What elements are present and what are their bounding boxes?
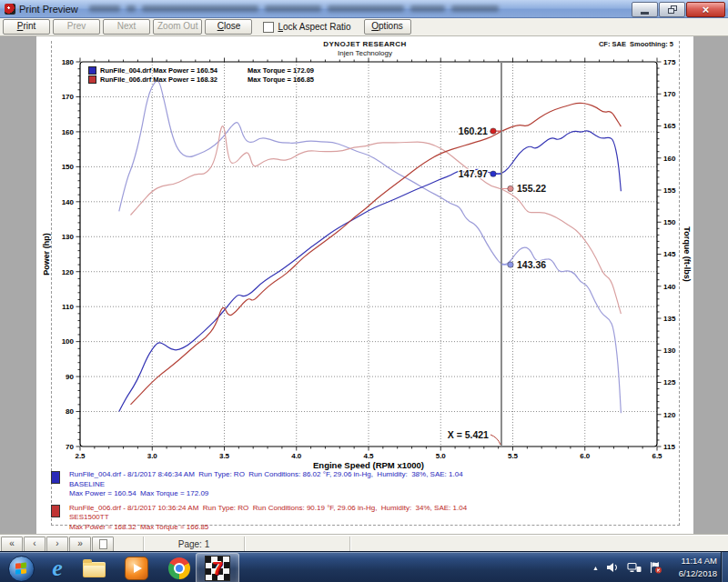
svg-text:155: 155 [663,186,676,195]
show-hidden-icons-button[interactable]: ▲ [592,565,599,571]
zoom-out-button[interactable]: Zoom Out [153,19,202,35]
svg-text:2.5: 2.5 [75,452,86,460]
svg-text:165: 165 [663,122,676,130]
media-player-icon[interactable] [125,557,148,579]
run-name: BASELINE [69,480,463,490]
svg-text:6.5: 6.5 [652,452,662,460]
svg-text:6.0: 6.0 [580,452,591,460]
cursor-marker [508,186,513,191]
run-info-baseline: RunFile_004.drf - 8/1/2017 8:46:34 AM Ru… [51,470,467,499]
cursor-marker [490,171,496,176]
print-preview-area: 7080901001101201301401501601701801151201… [0,36,728,535]
dynojet-winpep-taskbar-button[interactable]: 7 [196,553,239,582]
svg-text:140: 140 [62,198,75,206]
lock-aspect-ratio-label: Lock Aspect Ratio [278,22,350,32]
show-desktop-button[interactable] [721,552,728,582]
curve-runfile-006-drf-power [131,103,622,405]
svg-text:100: 100 [62,337,75,346]
cursor-marker-value: 155.22 [517,183,546,194]
run-conditions-line: RunFile_006.drf - 8/1/2017 10:36:24 AM R… [69,504,467,514]
legend-torque-text: Max Torque = 172.09 [248,66,314,75]
svg-text:70: 70 [66,443,74,451]
curve-runfile-004-drf-torque [119,81,622,414]
svg-text:90: 90 [66,373,74,381]
lock-aspect-ratio-checkbox[interactable] [263,22,274,33]
lock-aspect-ratio-checkbox-group[interactable]: Lock Aspect Ratio [263,22,350,33]
minimize-button[interactable] [632,2,658,17]
svg-text:80: 80 [66,407,74,416]
taskbar: e 7 ▲ 11:14 AM 6/12/2018 [0,551,728,582]
cursor-marker-value: 147.97 [459,168,488,179]
taskbar-clock[interactable]: 11:14 AM 6/12/2018 [679,555,717,580]
clock-time: 11:14 AM [679,555,717,567]
internet-explorer-icon[interactable]: e [46,557,69,579]
svg-text:130: 130 [62,233,75,241]
app-icon [5,4,15,15]
run-max-line: Max Power = 160.54 Max Torque = 172.09 [69,489,463,499]
legend-row-intake: RunFile_006.drf Max Power = 168.32 Max T… [88,75,314,84]
legend-power-text: RunFile_006.drf Max Power = 168.32 [100,75,248,84]
legend-power-text: RunFile_004.drf Max Power = 160.54 [100,66,248,75]
dyno-chart: 7080901001101201301401501601701801151201… [36,36,693,535]
y-axis-left-title: Power (hp) [42,233,51,276]
restore-button[interactable] [659,2,685,17]
document-icon [99,539,107,549]
action-center-flag-icon[interactable] [649,561,662,574]
start-button[interactable] [8,556,35,582]
window-title: Print Preview [19,4,78,15]
svg-text:125: 125 [663,378,676,386]
volume-icon[interactable] [606,562,620,573]
last-page-button[interactable]: » [69,537,91,552]
chrome-icon[interactable] [167,557,191,579]
windows-explorer-icon[interactable] [82,557,106,579]
svg-text:160: 160 [62,128,75,136]
svg-text:170: 170 [663,90,676,98]
next-page-button[interactable]: › [46,537,68,552]
chart-correction-note: CF: SAE Smoothing: 5 [599,40,673,48]
blurred-title-path [89,5,499,12]
svg-text:145: 145 [663,250,676,258]
cursor-marker-value: 160.21 [459,125,488,136]
network-icon[interactable] [627,562,642,573]
svg-text:120: 120 [62,268,75,276]
svg-text:150: 150 [62,163,75,171]
cursor-marker [508,262,513,267]
close-window-button[interactable]: × [686,2,725,17]
legend-torque-text: Max Torque = 166.85 [248,75,314,84]
cursor-x-label: X = 5.421 [448,429,489,440]
close-preview-button[interactable]: Close [205,19,252,35]
toolbar: Print Prev Next Zoom Out Close Lock Aspe… [0,18,728,36]
legend-row-baseline: RunFile_004.drf Max Power = 160.54 Max T… [88,65,314,75]
windows-flag-icon [15,562,27,575]
svg-text:170: 170 [62,93,75,101]
next-button[interactable]: Next [103,19,150,35]
x-axis-title: Engine Speed (RPM x1000) [313,460,424,470]
run-swatch-blue [51,471,60,484]
folder-icon [83,562,106,577]
close-icon: × [703,4,710,15]
y-axis-right-title: Torque (ft-lbs) [682,226,692,281]
chart-legend: RunFile_004.drf Max Power = 160.54 Max T… [88,65,314,84]
page-indicator: Page: 1 [143,537,244,551]
legend-swatch-blue [88,66,96,75]
page-setup-button[interactable] [92,537,114,552]
options-button[interactable]: Options [364,19,411,35]
svg-text:150: 150 [663,218,676,226]
print-button[interactable]: Print [3,19,50,35]
svg-text:175: 175 [663,58,676,66]
svg-text:3.5: 3.5 [219,452,230,460]
minimize-icon [641,12,649,15]
curve-runfile-006-drf-torque [131,126,622,315]
curve-runfile-004-drf-power [119,131,622,412]
preview-page: 7080901001101201301401501601701801151201… [36,36,693,535]
svg-text:3.0: 3.0 [147,452,158,460]
prev-button[interactable]: Prev [53,19,100,35]
svg-text:5.0: 5.0 [436,452,447,460]
svg-text:180: 180 [62,58,75,66]
run-conditions-line: RunFile_004.drf - 8/1/2017 8:46:34 AM Ru… [69,470,463,480]
first-page-button[interactable]: « [1,537,23,552]
prev-page-button[interactable]: ‹ [24,537,46,552]
svg-text:110: 110 [62,303,74,311]
titlebar[interactable]: Print Preview × [0,0,728,18]
run-name: SES1500TT [69,513,467,523]
